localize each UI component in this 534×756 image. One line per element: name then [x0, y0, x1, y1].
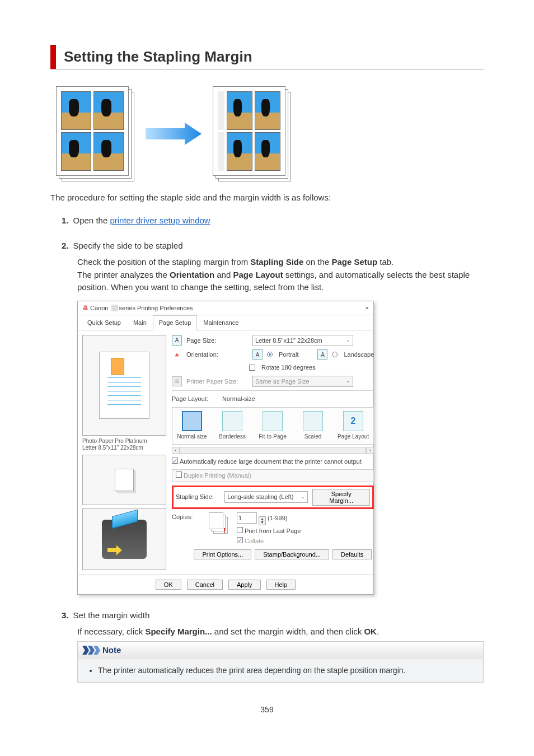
scroll-right-icon[interactable]: › — [366, 447, 374, 454]
close-icon[interactable]: × — [366, 304, 369, 313]
note-arrows-icon — [82, 646, 99, 655]
illustration-right-stack — [213, 86, 291, 181]
help-button[interactable]: Help — [266, 580, 296, 590]
defaults-button[interactable]: Defaults — [332, 549, 372, 559]
page-layout-picker[interactable]: Normal-size Borderless Fit-to-Page Scale… — [172, 407, 374, 445]
step-number: 2. — [62, 241, 69, 250]
dialog-tabs: Quick Setup Main Page Setup Maintenance — [78, 315, 373, 330]
auto-reduce-checkbox[interactable] — [172, 458, 178, 464]
stapling-side-dropdown[interactable]: Long-side stapling (Left)⌄ — [224, 491, 308, 503]
duplex-group: Duplex Printing (Manual) — [172, 469, 374, 482]
scroll-left-icon[interactable]: ‹ — [172, 447, 180, 454]
copies-input[interactable]: 1 — [237, 512, 257, 524]
printer-paper-icon: 🖶 — [172, 376, 182, 386]
title-red-accent — [50, 45, 56, 69]
step-title: Set the margin width — [73, 610, 150, 620]
page-number: 359 — [50, 705, 484, 714]
copies-label: Copies: — [172, 512, 203, 522]
stapling-side-label: Stapling Side: — [176, 492, 220, 502]
step-3: 3. Set the margin width If necessary, cl… — [62, 610, 484, 683]
note-heading: Note — [78, 642, 483, 659]
dialog-titlebar: 🖶 Canon series Printing Preferences × — [78, 301, 373, 316]
arrow-right-icon — [146, 123, 202, 145]
tab-quick-setup[interactable]: Quick Setup — [81, 315, 127, 330]
page-preview — [82, 335, 166, 436]
copies-icon: ! — [209, 512, 231, 535]
apply-button[interactable]: Apply — [228, 580, 261, 590]
intro-text: The procedure for setting the staple sid… — [50, 193, 484, 202]
chevron-down-icon: ⌄ — [301, 493, 305, 501]
stapling-side-highlight: Stapling Side: Long-side stapling (Left)… — [172, 486, 374, 509]
step-title: Open the printer driver setup window — [73, 216, 210, 225]
step-body: If necessary, click Specify Margin... an… — [77, 626, 484, 683]
portrait-icon: A — [252, 349, 263, 360]
collate-checkbox — [237, 537, 243, 543]
secondary-preview — [82, 455, 166, 505]
step-number: 3. — [62, 610, 69, 620]
chevron-down-icon: ⌄ — [346, 337, 350, 344]
page-size-icon: A — [172, 335, 182, 346]
page-layout-label: Page Layout: — [172, 394, 218, 404]
portrait-radio[interactable] — [267, 352, 273, 357]
printer-paper-label: Printer Paper Size: — [186, 377, 248, 386]
printer-paper-dropdown: Same as Page Size⌄ — [252, 376, 353, 388]
tab-page-setup[interactable]: Page Setup — [153, 315, 198, 330]
layout-scrollbar[interactable]: ‹› — [172, 447, 374, 454]
orientation-icon: 🔺 — [172, 350, 182, 360]
step-2: 2. Specify the side to be stapled Check … — [62, 241, 484, 595]
page-title: Setting the Stapling Margin — [56, 45, 252, 69]
step-title: Specify the side to be stapled — [73, 241, 183, 250]
step-body: Check the position of the stapling margi… — [77, 256, 484, 595]
print-from-last-checkbox[interactable] — [237, 527, 243, 533]
cancel-button[interactable]: Cancel — [187, 580, 223, 590]
printing-preferences-dialog: 🖶 Canon series Printing Preferences × Qu… — [77, 301, 374, 595]
printer-driver-link[interactable]: printer driver setup window — [110, 216, 210, 225]
rotate-180-checkbox[interactable] — [249, 365, 255, 371]
orientation-label: Orientation: — [186, 350, 248, 360]
landscape-icon: A — [317, 349, 327, 360]
concept-illustration — [56, 86, 484, 181]
illustration-left-stack — [56, 86, 134, 181]
step-1: 1. Open the printer driver setup window — [62, 216, 484, 225]
page-title-bar: Setting the Stapling Margin — [50, 45, 484, 69]
specify-margin-button[interactable]: Specify Margin... — [312, 489, 370, 506]
copies-spinner[interactable]: ▲▼ — [259, 516, 266, 525]
print-options-button[interactable]: Print Options... — [194, 549, 251, 559]
preview-label-line2: Letter 8.5"x11" 22x28cm — [82, 445, 166, 451]
page-size-label: Page Size: — [186, 336, 248, 346]
step-number: 1. — [62, 216, 69, 225]
page-size-dropdown[interactable]: Letter 8.5"x11" 22x28cm⌄ — [252, 335, 353, 347]
tab-maintenance[interactable]: Maintenance — [197, 315, 245, 330]
dialog-title: 🖶 Canon series Printing Preferences — [82, 304, 193, 313]
tab-main[interactable]: Main — [127, 315, 153, 330]
landscape-radio[interactable] — [332, 352, 338, 357]
note-body: The printer automatically reduces the pr… — [78, 659, 483, 682]
note-panel: Note The printer automatically reduces t… — [77, 641, 484, 683]
printer-preview — [82, 508, 166, 570]
ok-button[interactable]: OK — [156, 580, 181, 590]
preview-label-line1: Photo Paper Pro Platinum — [82, 438, 166, 445]
stamp-background-button[interactable]: Stamp/Background... — [255, 549, 329, 559]
